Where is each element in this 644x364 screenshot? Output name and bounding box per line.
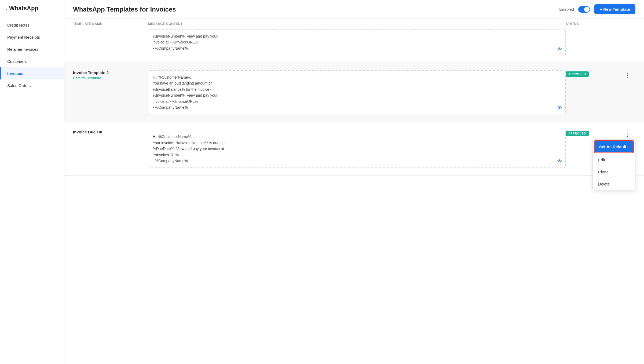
- sidebar-item-retainer-invoices[interactable]: Retainer Invoices: [0, 43, 64, 55]
- sidebar-nav: Credit Notes Payment Receipts Retainer I…: [0, 17, 64, 94]
- preview-icon[interactable]: 👁: [557, 45, 562, 53]
- message-box-partial: %InvoiceNumber%. View and pay yourinvoic…: [148, 29, 566, 56]
- sidebar-item-customers[interactable]: Customers: [0, 55, 64, 67]
- table-header: TEMPLATE NAME MESSAGE CONTENT STATUS: [64, 19, 644, 29]
- default-template-label: Default Template: [73, 76, 148, 80]
- back-icon[interactable]: ‹: [5, 6, 7, 11]
- clone-button[interactable]: Clone: [593, 166, 635, 178]
- sidebar-item-sales-orders[interactable]: Sales Orders: [0, 79, 64, 92]
- status-col-2: APPROVED: [566, 70, 619, 77]
- status-badge-2: APPROVED: [566, 71, 589, 77]
- template-name-label: Invoice Template 2: [73, 70, 148, 75]
- more-button-2[interactable]: ⋮: [623, 71, 632, 79]
- main-content: WhatsApp Templates for Invoices Enabled …: [64, 0, 644, 364]
- sidebar-title: WhatsApp: [9, 5, 38, 12]
- dropdown-menu: Set As Default Edit Clone Delete: [592, 139, 635, 190]
- delete-button[interactable]: Delete: [593, 178, 635, 190]
- preview-icon-2[interactable]: 👁: [557, 104, 562, 112]
- col-status: STATUS: [566, 22, 619, 26]
- col-actions: [619, 22, 635, 26]
- status-col-3: APPROVED: [566, 130, 619, 136]
- header-right: Enabled + New Template: [559, 4, 635, 14]
- template-list: %InvoiceNumber%. View and pay yourinvoic…: [64, 29, 644, 364]
- more-button-3[interactable]: ⋮: [623, 130, 632, 139]
- toggle-knob: [584, 7, 590, 12]
- page-title: WhatsApp Templates for Invoices: [73, 6, 559, 13]
- col-message-content: MESSAGE CONTENT: [148, 22, 566, 26]
- new-template-button[interactable]: + New Template: [594, 4, 635, 14]
- preview-icon-3[interactable]: 👁: [557, 157, 562, 165]
- set-default-button[interactable]: Set As Default: [595, 141, 633, 152]
- actions-col-3: ⋮ Set As Default Edit Clone Delete: [619, 130, 635, 139]
- sidebar-item-credit-notes[interactable]: Credit Notes: [0, 19, 64, 31]
- sidebar-item-payment-receipts[interactable]: Payment Receipts: [0, 31, 64, 43]
- enabled-label: Enabled: [559, 7, 574, 12]
- sidebar: ‹ WhatsApp Credit Notes Payment Receipts…: [0, 0, 64, 364]
- table-row: %InvoiceNumber%. View and pay yourinvoic…: [64, 29, 644, 63]
- template-name-col-3: Invoice Due On: [73, 130, 148, 135]
- table-row: Invoice Template 2 Default Template Hi, …: [64, 63, 644, 122]
- status-badge-3: APPROVED: [566, 131, 589, 136]
- edit-button[interactable]: Edit: [593, 154, 635, 166]
- actions-col-2: ⋮: [619, 70, 635, 79]
- main-header: WhatsApp Templates for Invoices Enabled …: [64, 0, 644, 19]
- sidebar-item-invoices[interactable]: Invoices: [0, 67, 64, 79]
- table-row: Invoice Due On Hi, %CustomerName%,Your i…: [64, 122, 644, 176]
- sidebar-header: ‹ WhatsApp: [0, 0, 64, 17]
- toggle-wrap: [578, 6, 590, 13]
- col-template-name: TEMPLATE NAME: [73, 22, 148, 26]
- template-name-label-3: Invoice Due On: [73, 130, 148, 134]
- message-box-3: Hi, %CustomerName%,Your invoice - %Invoi…: [148, 130, 566, 168]
- enabled-toggle[interactable]: [578, 6, 590, 13]
- message-box-2: Hi, %CustomerName%,You have an outstandi…: [148, 70, 566, 114]
- template-name-col-2: Invoice Template 2 Default Template: [73, 70, 148, 80]
